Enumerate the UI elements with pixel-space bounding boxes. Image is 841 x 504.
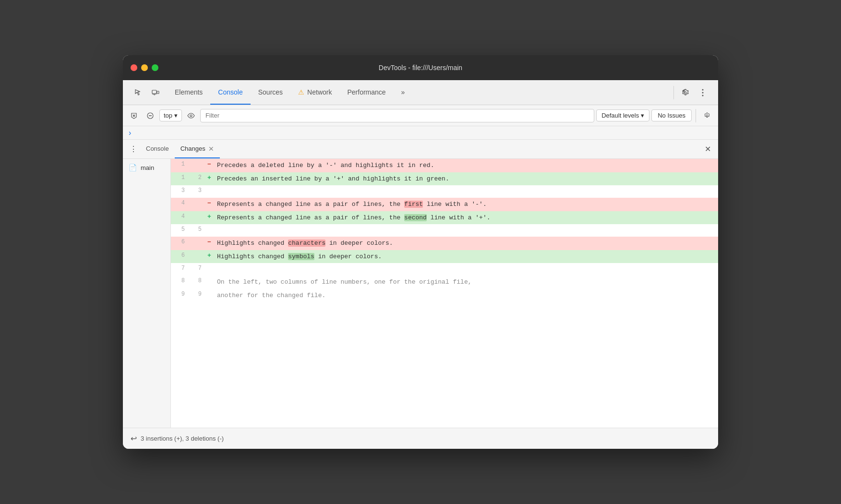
diff-row-inserted-3: 6 + Highlights changed symbols in deeper… — [171, 250, 718, 264]
old-line-num-8: 6 — [171, 250, 188, 264]
inspect-element-button[interactable] — [131, 85, 146, 100]
tab-sources[interactable]: Sources — [251, 80, 290, 105]
tab-performance[interactable]: Performance — [339, 80, 393, 105]
eye-button[interactable] — [184, 108, 198, 123]
panel-tab-console[interactable]: Console — [140, 140, 175, 158]
tab-more[interactable]: » — [394, 80, 413, 105]
new-line-num-7 — [188, 237, 204, 250]
diff-sign-deleted-3: − — [204, 237, 214, 250]
line-nums-2: 1 2 — [171, 172, 204, 186]
new-line-num-9: 7 — [188, 263, 204, 276]
more-options-button[interactable] — [695, 85, 710, 100]
line-nums-1: 1 — [171, 159, 204, 172]
footer-text: 3 insertions (+), 3 deletions (-) — [141, 435, 224, 442]
diff-text-normal-2 — [214, 224, 718, 237]
settings-button[interactable] — [678, 85, 693, 100]
old-line-num-2: 1 — [171, 172, 188, 186]
old-line-num-6: 5 — [171, 224, 188, 237]
new-line-num-8 — [188, 250, 204, 264]
levels-dropdown-arrow-icon: ▾ — [641, 112, 644, 119]
diff-text-inserted-3: Highlights changed symbols in deeper col… — [214, 250, 718, 264]
panel-menu-button[interactable]: ⋮ — [127, 143, 140, 156]
line-nums-3: 3 3 — [171, 185, 204, 198]
no-issues-button[interactable]: No Issues — [651, 109, 692, 121]
dropdown-arrow-icon: ▾ — [174, 112, 178, 119]
old-line-num-4: 4 — [171, 198, 188, 211]
line-nums-11: 9 9 — [171, 289, 204, 302]
diff-sign-deleted-1: − — [204, 159, 214, 172]
panel-close-all-button[interactable]: ✕ — [701, 143, 714, 156]
minimize-button[interactable] — [141, 64, 148, 71]
tab-bar: Elements Console Sources ⚠ Network Perfo… — [167, 80, 668, 105]
diff-content[interactable]: 1 − Precedes a deleted line by a '-' and… — [171, 159, 718, 428]
diff-text-gray-2: another for the changed file. — [214, 289, 718, 302]
sidebar-item-main[interactable]: 📄 main — [123, 159, 170, 176]
maximize-button[interactable] — [152, 64, 158, 71]
prompt-arrow-icon: › — [129, 129, 131, 137]
diff-sign-gray-2 — [204, 289, 214, 302]
diff-row-deleted-3: 6 − Highlights changed characters in dee… — [171, 237, 718, 250]
diff-sign-deleted-2: − — [204, 198, 214, 211]
network-warning-icon: ⚠ — [298, 88, 304, 96]
diff-sign-normal-2 — [204, 224, 214, 237]
line-nums-6: 5 5 — [171, 224, 204, 237]
console-settings-button[interactable] — [700, 108, 714, 123]
diff-text-inserted-2: Represents a changed line as a pair of l… — [214, 211, 718, 225]
traffic-lights — [131, 64, 158, 71]
diff-row-gray-2: 9 9 another for the changed file. — [171, 289, 718, 302]
new-line-num-1 — [188, 159, 204, 172]
new-line-num-3: 3 — [188, 185, 204, 198]
diff-text-inserted-1: Precedes an inserted line by a '+' and h… — [214, 172, 718, 186]
svg-rect-1 — [157, 91, 159, 94]
default-levels-dropdown[interactable]: Default levels ▾ — [596, 109, 649, 121]
console-toolbar: top ▾ Default levels ▾ No Issues — [123, 105, 718, 126]
line-nums-10: 8 8 — [171, 276, 204, 289]
undo-icon: ↩ — [131, 434, 137, 443]
line-nums-8: 6 — [171, 250, 204, 264]
clear-console-button[interactable] — [127, 108, 141, 123]
diff-text-deleted-1: Precedes a deleted line by a '-' and hig… — [214, 159, 718, 172]
window-title: DevTools - file:///Users/main — [379, 64, 462, 72]
old-line-num-5: 4 — [171, 211, 188, 225]
close-button[interactable] — [131, 64, 137, 71]
old-line-num-3: 3 — [171, 185, 188, 198]
panel-tabs: ⋮ Console Changes ✕ ✕ — [123, 140, 718, 159]
file-sidebar: 📄 main — [123, 159, 171, 428]
main-toolbar: Elements Console Sources ⚠ Network Perfo… — [123, 80, 718, 105]
arrow-row: › — [123, 126, 718, 140]
old-line-num-1: 1 — [171, 159, 188, 172]
diff-row-deleted-1: 1 − Precedes a deleted line by a '-' and… — [171, 159, 718, 172]
line-nums-9: 7 7 — [171, 263, 204, 276]
stop-recording-button[interactable] — [143, 108, 157, 123]
devtools-window: DevTools - file:///Users/main Elements — [123, 55, 718, 449]
new-line-num-10: 8 — [188, 276, 204, 289]
separator — [673, 86, 674, 99]
svg-point-5 — [702, 92, 704, 93]
diff-row-normal-3: 7 7 — [171, 263, 718, 276]
tab-elements[interactable]: Elements — [167, 80, 210, 105]
old-line-num-7: 6 — [171, 237, 188, 250]
highlight-second: second — [404, 214, 427, 221]
diff-sign-inserted-3: + — [204, 250, 214, 264]
line-nums-7: 6 — [171, 237, 204, 250]
separator2 — [696, 109, 696, 122]
device-toolbar-button[interactable] — [148, 85, 163, 100]
tab-network[interactable]: ⚠ Network — [290, 80, 339, 105]
main-area: 📄 main 1 − Precedes a deleted line by a … — [123, 159, 718, 428]
diff-row-normal-1: 3 3 — [171, 185, 718, 198]
new-line-num-6: 5 — [188, 224, 204, 237]
line-nums-4: 4 — [171, 198, 204, 211]
tab-console[interactable]: Console — [210, 80, 250, 105]
svg-line-3 — [154, 95, 155, 95]
filter-input[interactable] — [200, 109, 594, 122]
diff-text-deleted-3: Highlights changed characters in deeper … — [214, 237, 718, 250]
svg-rect-0 — [152, 90, 156, 94]
panel-tab-close-icon[interactable]: ✕ — [208, 145, 214, 152]
highlight-symbols: symbols — [288, 253, 314, 260]
old-line-num-9: 7 — [171, 263, 188, 276]
footer: ↩ 3 insertions (+), 3 deletions (-) — [123, 428, 718, 449]
toolbar-right — [668, 85, 714, 100]
context-dropdown[interactable]: top ▾ — [159, 109, 182, 121]
diff-row-gray-1: 8 8 On the left, two columns of line num… — [171, 276, 718, 289]
panel-tab-changes[interactable]: Changes ✕ — [175, 140, 220, 158]
